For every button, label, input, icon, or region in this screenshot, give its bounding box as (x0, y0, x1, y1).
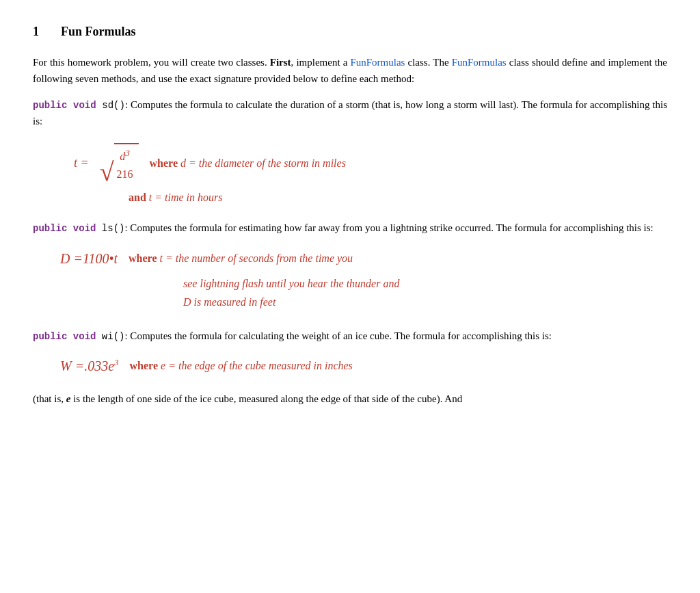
intro-bold1: First (270, 57, 291, 68)
ls-line2: see lightning flash until you hear the t… (183, 275, 667, 293)
sd-and-line: and t = time in hours (129, 189, 667, 207)
footer-text2: is the length of one side of the ice cub… (70, 393, 462, 404)
ls-keyword-public: public (33, 223, 67, 234)
ls-description: : Computes the formula for estimating ho… (124, 222, 653, 233)
ls-formula-block: D =1100•t where t = the number of second… (60, 248, 667, 311)
wi-where-text: where e = the edge of the cube measured … (130, 357, 353, 375)
sd-fraction-num: d3 (120, 146, 130, 166)
sd-formula-block: t = √ d3 216 where d = the diameter of t… (74, 143, 667, 206)
sd-description: : Computes the formula to calculate the … (33, 99, 667, 127)
ls-where-text: where t = the number of seconds from the… (129, 250, 353, 267)
sd-and-text: and t = time in hours (129, 192, 222, 203)
intro-text2: , implement a (291, 57, 351, 68)
ls-method-name: ls() (102, 223, 125, 234)
sd-exp: 3 (125, 148, 130, 158)
footer-text1: (that is, (33, 393, 66, 404)
wi-formula-main-line: W =.033e3 where e = the edge of the cube… (60, 355, 667, 377)
ls-keyword-void: void (73, 223, 96, 234)
footer-paragraph: (that is, e is the length of one side of… (33, 391, 667, 407)
wi-method-name: wi() (102, 331, 125, 342)
ls-line3: D is measured in feet (183, 293, 667, 311)
funformulas-link2[interactable]: FunFormulas (452, 57, 507, 68)
sd-formula-line: t = √ d3 216 where d = the diameter of t… (74, 143, 667, 183)
method-ls-signature: public void ls(): Computes the formula f… (33, 220, 667, 236)
section-number: 1 (33, 22, 39, 42)
wi-keyword-void: void (73, 331, 96, 342)
sd-formula-t: t = (74, 153, 89, 173)
sd-method-name: sd() (102, 100, 125, 111)
wi-keyword-public: public (33, 331, 67, 342)
wi-exp: 3 (114, 358, 119, 368)
wi-formula-block: W =.033e3 where e = the edge of the cube… (60, 355, 667, 377)
intro-paragraph: For this homework problem, you will crea… (33, 54, 667, 87)
wi-formula-main: W =.033e3 (60, 355, 119, 377)
sd-where-text: where d = the diameter of the storm in m… (150, 155, 346, 172)
section-title: Fun Formulas (61, 22, 136, 42)
method-wi-signature: public void wi(): Computes the formula f… (33, 328, 667, 344)
intro-text3: class. The (405, 57, 451, 68)
wi-description: : Computes the formula for calculating t… (124, 330, 552, 341)
sd-keyword-void: void (73, 100, 96, 111)
sd-keyword-public: public (33, 100, 67, 111)
method-sd-signature: public void sd(): Computes the formula t… (33, 96, 667, 129)
intro-text1: For this homework problem, you will crea… (33, 57, 270, 68)
sd-radical-sign: √ (100, 161, 114, 183)
sd-radical-content: d3 216 (114, 143, 139, 183)
sd-fraction-den: 216 (117, 166, 133, 183)
funformulas-link1[interactable]: FunFormulas (350, 57, 405, 68)
sd-radical-wrap: √ d3 216 (100, 143, 139, 183)
ls-formula-main-line: D =1100•t where t = the number of second… (60, 248, 667, 269)
ls-formula-main: D =1100•t (60, 248, 118, 269)
